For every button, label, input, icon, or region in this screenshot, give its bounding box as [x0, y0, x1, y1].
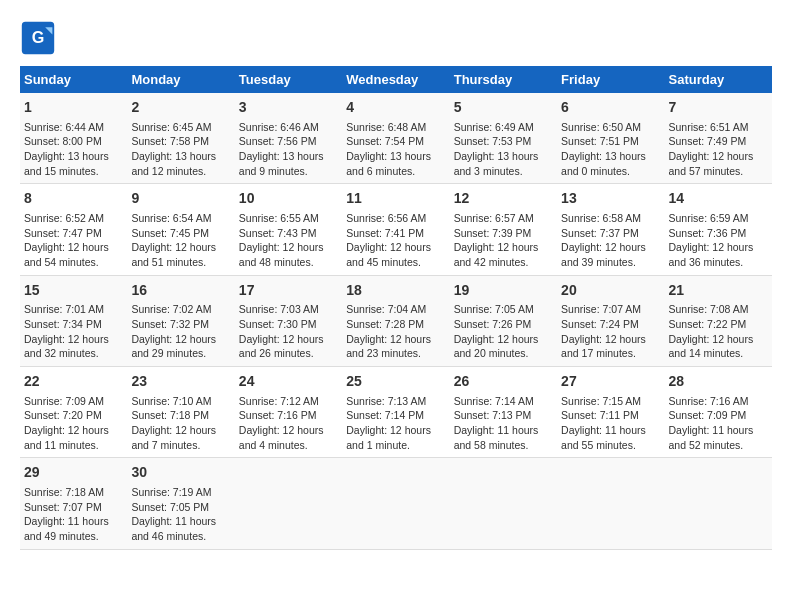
- day-info: Sunrise: 6:44 AM Sunset: 8:00 PM Dayligh…: [24, 121, 109, 177]
- day-cell: 5Sunrise: 6:49 AM Sunset: 7:53 PM Daylig…: [450, 93, 557, 184]
- day-cell: 12Sunrise: 6:57 AM Sunset: 7:39 PM Dayli…: [450, 184, 557, 275]
- day-cell: 9Sunrise: 6:54 AM Sunset: 7:45 PM Daylig…: [127, 184, 234, 275]
- day-info: Sunrise: 7:15 AM Sunset: 7:11 PM Dayligh…: [561, 395, 646, 451]
- svg-text:G: G: [32, 28, 45, 46]
- header-cell-thursday: Thursday: [450, 66, 557, 93]
- day-number: 29: [24, 463, 123, 483]
- day-cell: 26Sunrise: 7:14 AM Sunset: 7:13 PM Dayli…: [450, 367, 557, 458]
- day-cell: [557, 458, 664, 549]
- day-cell: 30Sunrise: 7:19 AM Sunset: 7:05 PM Dayli…: [127, 458, 234, 549]
- day-number: 10: [239, 189, 338, 209]
- day-number: 24: [239, 372, 338, 392]
- day-number: 27: [561, 372, 660, 392]
- header-cell-tuesday: Tuesday: [235, 66, 342, 93]
- day-number: 16: [131, 281, 230, 301]
- day-info: Sunrise: 7:09 AM Sunset: 7:20 PM Dayligh…: [24, 395, 109, 451]
- day-cell: 3Sunrise: 6:46 AM Sunset: 7:56 PM Daylig…: [235, 93, 342, 184]
- day-cell: 2Sunrise: 6:45 AM Sunset: 7:58 PM Daylig…: [127, 93, 234, 184]
- day-info: Sunrise: 6:50 AM Sunset: 7:51 PM Dayligh…: [561, 121, 646, 177]
- logo-icon: G: [20, 20, 56, 56]
- week-row-4: 22Sunrise: 7:09 AM Sunset: 7:20 PM Dayli…: [20, 367, 772, 458]
- day-cell: 13Sunrise: 6:58 AM Sunset: 7:37 PM Dayli…: [557, 184, 664, 275]
- day-info: Sunrise: 6:51 AM Sunset: 7:49 PM Dayligh…: [669, 121, 754, 177]
- day-info: Sunrise: 6:54 AM Sunset: 7:45 PM Dayligh…: [131, 212, 216, 268]
- day-cell: 14Sunrise: 6:59 AM Sunset: 7:36 PM Dayli…: [665, 184, 772, 275]
- page-header: G: [20, 20, 772, 56]
- day-info: Sunrise: 7:16 AM Sunset: 7:09 PM Dayligh…: [669, 395, 754, 451]
- week-row-2: 8Sunrise: 6:52 AM Sunset: 7:47 PM Daylig…: [20, 184, 772, 275]
- day-cell: 23Sunrise: 7:10 AM Sunset: 7:18 PM Dayli…: [127, 367, 234, 458]
- day-number: 14: [669, 189, 768, 209]
- day-cell: 16Sunrise: 7:02 AM Sunset: 7:32 PM Dayli…: [127, 275, 234, 366]
- day-cell: [450, 458, 557, 549]
- day-number: 4: [346, 98, 445, 118]
- calendar-header: SundayMondayTuesdayWednesdayThursdayFrid…: [20, 66, 772, 93]
- header-cell-saturday: Saturday: [665, 66, 772, 93]
- day-cell: 21Sunrise: 7:08 AM Sunset: 7:22 PM Dayli…: [665, 275, 772, 366]
- day-number: 6: [561, 98, 660, 118]
- day-info: Sunrise: 7:02 AM Sunset: 7:32 PM Dayligh…: [131, 303, 216, 359]
- day-info: Sunrise: 7:10 AM Sunset: 7:18 PM Dayligh…: [131, 395, 216, 451]
- day-cell: 4Sunrise: 6:48 AM Sunset: 7:54 PM Daylig…: [342, 93, 449, 184]
- day-cell: 20Sunrise: 7:07 AM Sunset: 7:24 PM Dayli…: [557, 275, 664, 366]
- day-info: Sunrise: 7:14 AM Sunset: 7:13 PM Dayligh…: [454, 395, 539, 451]
- day-cell: 17Sunrise: 7:03 AM Sunset: 7:30 PM Dayli…: [235, 275, 342, 366]
- day-cell: 29Sunrise: 7:18 AM Sunset: 7:07 PM Dayli…: [20, 458, 127, 549]
- day-number: 20: [561, 281, 660, 301]
- day-number: 13: [561, 189, 660, 209]
- day-number: 5: [454, 98, 553, 118]
- day-info: Sunrise: 7:13 AM Sunset: 7:14 PM Dayligh…: [346, 395, 431, 451]
- day-number: 3: [239, 98, 338, 118]
- day-info: Sunrise: 6:52 AM Sunset: 7:47 PM Dayligh…: [24, 212, 109, 268]
- day-number: 9: [131, 189, 230, 209]
- day-number: 17: [239, 281, 338, 301]
- day-info: Sunrise: 7:12 AM Sunset: 7:16 PM Dayligh…: [239, 395, 324, 451]
- day-info: Sunrise: 6:56 AM Sunset: 7:41 PM Dayligh…: [346, 212, 431, 268]
- day-cell: 7Sunrise: 6:51 AM Sunset: 7:49 PM Daylig…: [665, 93, 772, 184]
- day-info: Sunrise: 7:05 AM Sunset: 7:26 PM Dayligh…: [454, 303, 539, 359]
- day-cell: 10Sunrise: 6:55 AM Sunset: 7:43 PM Dayli…: [235, 184, 342, 275]
- header-cell-sunday: Sunday: [20, 66, 127, 93]
- day-cell: 18Sunrise: 7:04 AM Sunset: 7:28 PM Dayli…: [342, 275, 449, 366]
- header-row: SundayMondayTuesdayWednesdayThursdayFrid…: [20, 66, 772, 93]
- day-info: Sunrise: 6:46 AM Sunset: 7:56 PM Dayligh…: [239, 121, 324, 177]
- day-info: Sunrise: 7:03 AM Sunset: 7:30 PM Dayligh…: [239, 303, 324, 359]
- day-info: Sunrise: 6:48 AM Sunset: 7:54 PM Dayligh…: [346, 121, 431, 177]
- week-row-5: 29Sunrise: 7:18 AM Sunset: 7:07 PM Dayli…: [20, 458, 772, 549]
- day-number: 22: [24, 372, 123, 392]
- header-cell-wednesday: Wednesday: [342, 66, 449, 93]
- day-number: 12: [454, 189, 553, 209]
- header-cell-friday: Friday: [557, 66, 664, 93]
- day-cell: 24Sunrise: 7:12 AM Sunset: 7:16 PM Dayli…: [235, 367, 342, 458]
- day-cell: 8Sunrise: 6:52 AM Sunset: 7:47 PM Daylig…: [20, 184, 127, 275]
- day-info: Sunrise: 6:49 AM Sunset: 7:53 PM Dayligh…: [454, 121, 539, 177]
- day-cell: [665, 458, 772, 549]
- day-cell: 27Sunrise: 7:15 AM Sunset: 7:11 PM Dayli…: [557, 367, 664, 458]
- day-number: 28: [669, 372, 768, 392]
- day-cell: 15Sunrise: 7:01 AM Sunset: 7:34 PM Dayli…: [20, 275, 127, 366]
- day-number: 2: [131, 98, 230, 118]
- day-cell: [235, 458, 342, 549]
- day-info: Sunrise: 6:55 AM Sunset: 7:43 PM Dayligh…: [239, 212, 324, 268]
- day-info: Sunrise: 7:07 AM Sunset: 7:24 PM Dayligh…: [561, 303, 646, 359]
- day-number: 25: [346, 372, 445, 392]
- day-cell: 22Sunrise: 7:09 AM Sunset: 7:20 PM Dayli…: [20, 367, 127, 458]
- day-number: 11: [346, 189, 445, 209]
- day-info: Sunrise: 7:01 AM Sunset: 7:34 PM Dayligh…: [24, 303, 109, 359]
- day-info: Sunrise: 7:18 AM Sunset: 7:07 PM Dayligh…: [24, 486, 109, 542]
- day-cell: 19Sunrise: 7:05 AM Sunset: 7:26 PM Dayli…: [450, 275, 557, 366]
- day-number: 19: [454, 281, 553, 301]
- day-info: Sunrise: 6:45 AM Sunset: 7:58 PM Dayligh…: [131, 121, 216, 177]
- day-number: 15: [24, 281, 123, 301]
- day-number: 7: [669, 98, 768, 118]
- day-cell: 28Sunrise: 7:16 AM Sunset: 7:09 PM Dayli…: [665, 367, 772, 458]
- day-number: 21: [669, 281, 768, 301]
- day-cell: [342, 458, 449, 549]
- day-number: 23: [131, 372, 230, 392]
- day-info: Sunrise: 6:57 AM Sunset: 7:39 PM Dayligh…: [454, 212, 539, 268]
- day-info: Sunrise: 6:58 AM Sunset: 7:37 PM Dayligh…: [561, 212, 646, 268]
- week-row-1: 1Sunrise: 6:44 AM Sunset: 8:00 PM Daylig…: [20, 93, 772, 184]
- day-info: Sunrise: 7:08 AM Sunset: 7:22 PM Dayligh…: [669, 303, 754, 359]
- day-cell: 1Sunrise: 6:44 AM Sunset: 8:00 PM Daylig…: [20, 93, 127, 184]
- day-number: 8: [24, 189, 123, 209]
